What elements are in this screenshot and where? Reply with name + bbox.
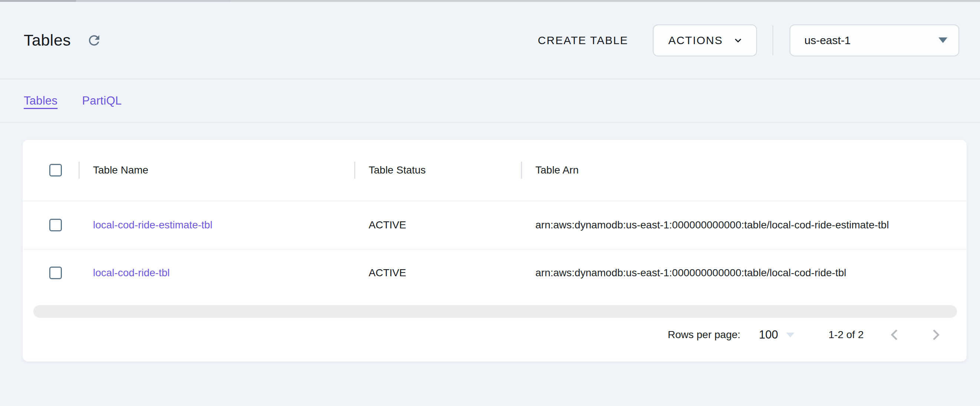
tabs-bar: Tables PartiQL: [0, 79, 980, 123]
create-table-button[interactable]: CREATE TABLE: [535, 28, 632, 53]
table-name-link[interactable]: local-cod-ride-tbl: [93, 267, 170, 279]
actions-button[interactable]: ACTIONS: [653, 24, 757, 56]
pagination-range-label: 1-2 of 2: [829, 329, 864, 341]
title-group: Tables: [24, 31, 103, 50]
table-header-checkbox-cell: [22, 164, 78, 176]
row-checkbox[interactable]: [49, 219, 62, 231]
column-divider: [521, 161, 522, 179]
column-divider: [78, 161, 80, 179]
rows-per-page-value: 100: [759, 328, 778, 342]
refresh-button[interactable]: [85, 31, 103, 50]
rows-per-page-select[interactable]: 100: [759, 328, 794, 342]
table-name-link[interactable]: local-cod-ride-estimate-tbl: [93, 219, 212, 231]
horizontal-scrollbar: [22, 305, 967, 318]
tables-card: Table Name Table Status Table Arn local-…: [22, 139, 967, 362]
page: Tables CREATE TABLE ACTIONS: [0, 0, 980, 406]
table-row: local-cod-ride-estimate-tbl ACTIVE arn:a…: [22, 201, 967, 249]
row-checkbox-cell: [22, 219, 78, 231]
column-header-table-arn: Table Arn: [535, 164, 579, 176]
chevron-left-icon: [889, 328, 902, 342]
tab-partiql[interactable]: PartiQL: [82, 94, 121, 107]
table-arn-value: arn:aws:dynamodb:us-east-1:000000000000:…: [535, 267, 846, 279]
table-header-arn-cell: Table Arn: [521, 161, 967, 179]
table-header-name-cell: Table Name: [78, 161, 354, 179]
table-status-value: ACTIVE: [369, 267, 406, 279]
table-status-value: ACTIVE: [369, 219, 406, 231]
header-divider: [773, 26, 773, 55]
previous-page-button[interactable]: [887, 325, 904, 344]
table-header-row: Table Name Table Status Table Arn: [22, 140, 967, 201]
row-checkbox-cell: [22, 267, 78, 279]
row-checkbox[interactable]: [49, 267, 62, 279]
dropdown-caret-icon: [939, 37, 947, 43]
column-header-table-status: Table Status: [369, 164, 426, 176]
chevron-down-icon: [732, 35, 744, 46]
page-title: Tables: [24, 31, 71, 49]
refresh-icon: [86, 33, 102, 48]
chevron-right-icon: [929, 328, 942, 342]
pagination-bar: Rows per page: 100 1-2 of 2: [22, 318, 967, 361]
column-divider: [354, 161, 355, 179]
header-bar: Tables CREATE TABLE ACTIONS: [0, 2, 980, 79]
table-header-status-cell: Table Status: [354, 161, 521, 179]
next-page-button[interactable]: [927, 325, 944, 344]
table-arn-value: arn:aws:dynamodb:us-east-1:000000000000:…: [535, 219, 889, 231]
region-select[interactable]: us-east-1: [789, 24, 959, 56]
region-select-value: us-east-1: [804, 34, 851, 47]
horizontal-scrollbar-thumb[interactable]: [33, 305, 957, 318]
table-row: local-cod-ride-tbl ACTIVE arn:aws:dynamo…: [22, 249, 967, 296]
column-header-table-name: Table Name: [93, 164, 148, 176]
rows-per-page-label: Rows per page:: [668, 329, 740, 341]
row-arn-cell: arn:aws:dynamodb:us-east-1:000000000000:…: [521, 267, 967, 279]
actions-button-label: ACTIONS: [668, 34, 723, 47]
row-name-cell: local-cod-ride-tbl: [78, 267, 354, 279]
row-status-cell: ACTIVE: [354, 267, 521, 279]
row-status-cell: ACTIVE: [354, 219, 521, 231]
tab-tables[interactable]: Tables: [24, 94, 57, 107]
header-actions: CREATE TABLE ACTIONS us-east-1: [535, 24, 959, 56]
select-all-checkbox[interactable]: [49, 164, 62, 176]
row-arn-cell: arn:aws:dynamodb:us-east-1:000000000000:…: [521, 219, 967, 231]
dropdown-caret-icon: [786, 332, 794, 337]
row-name-cell: local-cod-ride-estimate-tbl: [78, 219, 354, 231]
